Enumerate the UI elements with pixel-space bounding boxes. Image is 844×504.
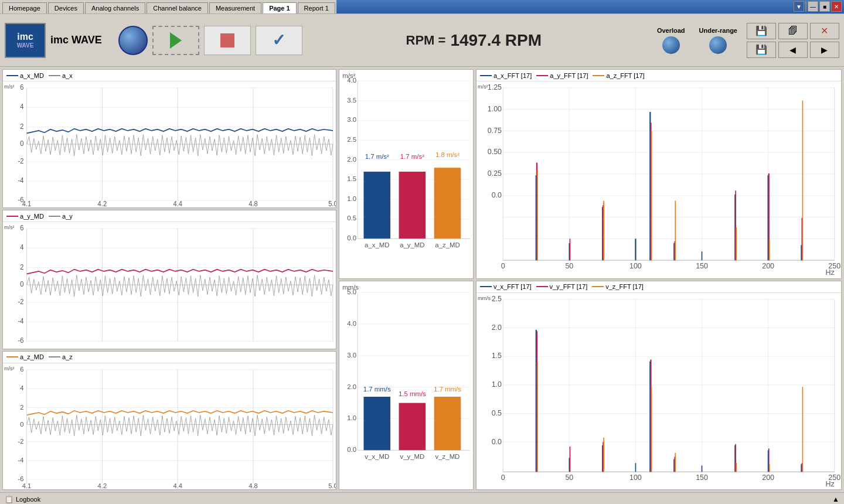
svg-text:0: 0 — [20, 420, 23, 427]
legend-ax-md: a_x_MD — [6, 72, 44, 79]
svg-text:0.0: 0.0 — [347, 235, 356, 242]
tab-analog-channels[interactable]: Analog channels — [85, 2, 145, 13]
svg-text:4: 4 — [20, 384, 24, 391]
svg-text:1.5 mm/s: 1.5 mm/s — [399, 390, 426, 397]
svg-text:-6: -6 — [18, 475, 24, 482]
legend-vy-fft: v_y_FFT [17] — [536, 283, 588, 290]
svg-text:v_x_MD: v_x_MD — [365, 453, 389, 460]
svg-rect-93 — [434, 168, 461, 239]
tab-page1[interactable]: Page 1 — [263, 2, 296, 13]
ax-y-label: m/s² — [4, 84, 15, 90]
svg-text:4.8: 4.8 — [249, 200, 258, 208]
tab-homepage[interactable]: Homepage — [2, 2, 47, 13]
tab-devices[interactable]: Devices — [48, 2, 84, 13]
svg-text:150: 150 — [696, 474, 708, 482]
ay-y-label: m/s² — [4, 224, 15, 230]
svg-text:-2: -2 — [18, 298, 24, 306]
rpm-display: RPM = 1497.4 RPM — [406, 31, 542, 50]
svg-text:0: 0 — [20, 280, 24, 288]
logbook-label[interactable]: Logbook — [16, 496, 40, 503]
svg-rect-117 — [434, 396, 461, 449]
titlebar-minimize-btn[interactable]: — — [808, 1, 818, 12]
stop-icon — [220, 33, 234, 47]
legend-vx-fft: v_x_FFT [17] — [480, 283, 532, 290]
app-title: imc WAVE — [50, 34, 102, 46]
stop-button[interactable] — [204, 26, 251, 55]
toolbar-right-buttons: 💾 🗐 ✕ 💾 ◀ ▶ — [747, 23, 839, 58]
legend-ax: a_x — [49, 72, 73, 79]
svg-text:1.5: 1.5 — [347, 176, 356, 183]
play-icon — [170, 32, 182, 49]
overload-label: Overload — [657, 27, 685, 34]
status-indicator-blue — [118, 26, 148, 55]
svg-text:200: 200 — [762, 263, 774, 271]
svg-text:0: 0 — [501, 474, 505, 482]
svg-text:-2: -2 — [18, 437, 24, 444]
svg-text:0.25: 0.25 — [488, 170, 502, 178]
titlebar-maximize-btn[interactable]: ■ — [819, 1, 830, 12]
chart-fft-velocity: v_x_FFT [17] v_y_FFT [17] v_z_FFT [17] m… — [476, 281, 842, 491]
svg-text:4: 4 — [20, 103, 24, 111]
tab-channel-balance[interactable]: Channel balance — [147, 2, 208, 13]
tab-measurement[interactable]: Measurement — [209, 2, 261, 13]
svg-text:0.0: 0.0 — [492, 191, 502, 199]
titlebar-close-btn[interactable]: ✕ — [831, 1, 842, 12]
legend-ay: a_y — [49, 213, 73, 220]
scroll-to-top-btn[interactable]: ▲ — [832, 495, 839, 503]
bar-chart-acceleration: m/s² 4.0 3.5 3.0 2.5 2.0 — [339, 69, 474, 279]
svg-text:1.25: 1.25 — [488, 83, 502, 91]
svg-text:-2: -2 — [18, 157, 24, 165]
play-button[interactable] — [152, 26, 199, 55]
svg-text:150: 150 — [696, 263, 708, 271]
svg-text:1.0: 1.0 — [347, 195, 356, 202]
svg-text:1.0: 1.0 — [347, 414, 356, 421]
legend-az-fft: a_z_FFT [17] — [593, 72, 644, 79]
save-btn-3[interactable]: 💾 — [747, 42, 776, 58]
svg-text:a_x_MD: a_x_MD — [365, 241, 389, 248]
svg-rect-115 — [363, 396, 390, 449]
legend-az: a_z — [49, 353, 73, 360]
svg-text:5.0: 5.0 — [347, 288, 356, 295]
svg-text:100: 100 — [629, 263, 642, 271]
svg-text:2: 2 — [20, 263, 23, 271]
svg-text:4.0: 4.0 — [347, 77, 356, 84]
svg-text:200: 200 — [762, 474, 774, 482]
fft-v-y-label: mm/s — [478, 295, 491, 301]
nav-back-btn[interactable]: ◀ — [778, 42, 808, 58]
svg-text:4.1: 4.1 — [22, 200, 32, 208]
svg-text:Hz: Hz — [826, 268, 835, 277]
check-icon: ✓ — [272, 30, 285, 50]
titlebar-arrow-btn[interactable]: ▼ — [794, 1, 804, 12]
svg-text:0.75: 0.75 — [488, 127, 502, 135]
svg-text:100: 100 — [629, 474, 642, 482]
svg-text:s: s — [329, 488, 333, 489]
svg-text:2.5: 2.5 — [347, 136, 356, 143]
svg-text:3.5: 3.5 — [347, 97, 356, 104]
svg-text:4.8: 4.8 — [249, 482, 258, 489]
svg-text:Hz: Hz — [826, 480, 835, 488]
under-range-indicator — [709, 36, 727, 54]
svg-text:v_y_MD: v_y_MD — [400, 453, 424, 460]
nav-fwd-btn[interactable]: ▶ — [810, 42, 839, 58]
svg-text:1.8 m/s²: 1.8 m/s² — [435, 151, 460, 158]
rpm-value: 1497.4 RPM — [450, 31, 542, 50]
svg-text:a_z_MD: a_z_MD — [435, 241, 460, 248]
svg-text:5.0: 5.0 — [328, 200, 336, 208]
svg-text:0.5: 0.5 — [347, 215, 356, 222]
svg-text:4.0: 4.0 — [347, 320, 356, 327]
svg-text:0.50: 0.50 — [488, 148, 502, 156]
svg-text:1.7 m/s²: 1.7 m/s² — [400, 153, 424, 160]
legend-ay-fft: a_y_FFT [17] — [536, 72, 588, 79]
overload-group: Overload Under-range — [657, 27, 737, 54]
svg-text:0.5: 0.5 — [492, 409, 502, 417]
check-button[interactable]: ✓ — [256, 26, 302, 55]
tab-report1[interactable]: Report 1 — [298, 2, 335, 13]
close-doc-btn[interactable]: ✕ — [810, 23, 839, 39]
svg-text:3.0: 3.0 — [347, 117, 356, 124]
svg-text:2.5: 2.5 — [492, 295, 502, 303]
save-btn-2[interactable]: 🗐 — [778, 23, 808, 39]
svg-text:v_z_MD: v_z_MD — [435, 453, 460, 460]
save-btn-1[interactable]: 💾 — [747, 23, 776, 39]
fft-a-y-label: m/s² — [478, 84, 488, 90]
svg-text:-6: -6 — [18, 336, 24, 345]
